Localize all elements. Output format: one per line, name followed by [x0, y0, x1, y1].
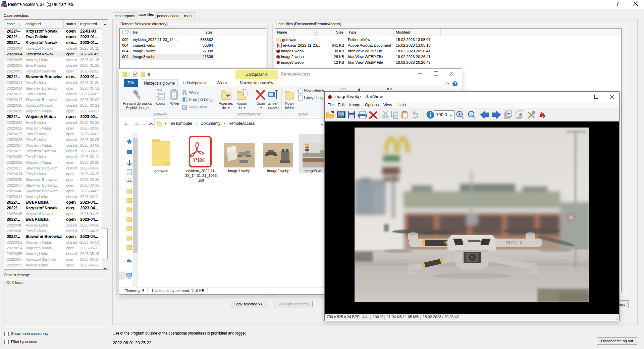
svg-text:W: W: [183, 98, 185, 101]
svg-text:PDF: PDF: [193, 156, 206, 163]
